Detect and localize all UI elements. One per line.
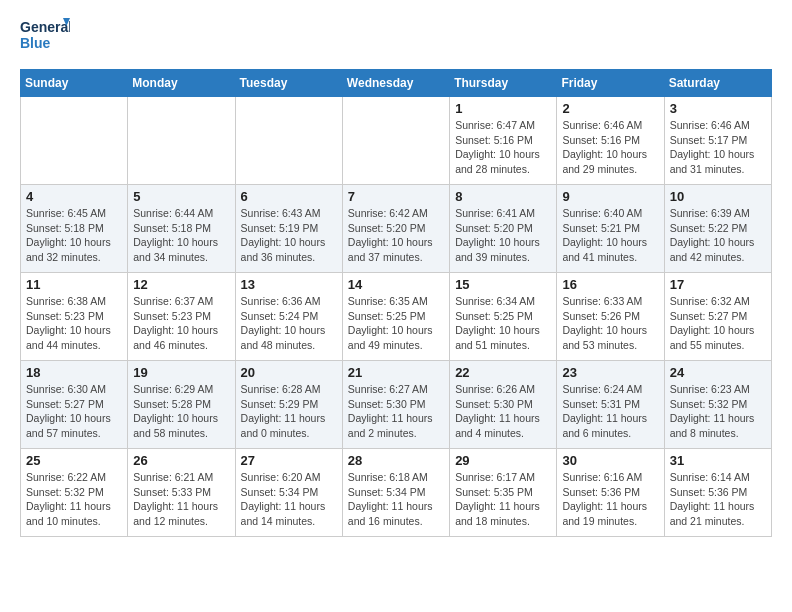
day-number: 2 (562, 101, 658, 116)
day-info: Sunrise: 6:26 AMSunset: 5:30 PMDaylight:… (455, 382, 551, 441)
day-info: Sunrise: 6:24 AMSunset: 5:31 PMDaylight:… (562, 382, 658, 441)
day-number: 3 (670, 101, 766, 116)
calendar-cell: 6Sunrise: 6:43 AMSunset: 5:19 PMDaylight… (235, 185, 342, 273)
header: General Blue (20, 16, 772, 61)
calendar-cell: 8Sunrise: 6:41 AMSunset: 5:20 PMDaylight… (450, 185, 557, 273)
day-info: Sunrise: 6:22 AMSunset: 5:32 PMDaylight:… (26, 470, 122, 529)
day-info: Sunrise: 6:14 AMSunset: 5:36 PMDaylight:… (670, 470, 766, 529)
weekday-header: Tuesday (235, 70, 342, 97)
calendar-cell: 18Sunrise: 6:30 AMSunset: 5:27 PMDayligh… (21, 361, 128, 449)
day-info: Sunrise: 6:16 AMSunset: 5:36 PMDaylight:… (562, 470, 658, 529)
day-number: 18 (26, 365, 122, 380)
day-number: 22 (455, 365, 551, 380)
calendar-cell: 28Sunrise: 6:18 AMSunset: 5:34 PMDayligh… (342, 449, 449, 537)
calendar-cell: 22Sunrise: 6:26 AMSunset: 5:30 PMDayligh… (450, 361, 557, 449)
day-number: 12 (133, 277, 229, 292)
calendar-cell: 30Sunrise: 6:16 AMSunset: 5:36 PMDayligh… (557, 449, 664, 537)
day-info: Sunrise: 6:39 AMSunset: 5:22 PMDaylight:… (670, 206, 766, 265)
weekday-header: Sunday (21, 70, 128, 97)
day-info: Sunrise: 6:38 AMSunset: 5:23 PMDaylight:… (26, 294, 122, 353)
logo-svg: General Blue (20, 16, 70, 61)
calendar-cell: 27Sunrise: 6:20 AMSunset: 5:34 PMDayligh… (235, 449, 342, 537)
calendar-cell (21, 97, 128, 185)
calendar-cell: 5Sunrise: 6:44 AMSunset: 5:18 PMDaylight… (128, 185, 235, 273)
day-info: Sunrise: 6:23 AMSunset: 5:32 PMDaylight:… (670, 382, 766, 441)
calendar-cell: 25Sunrise: 6:22 AMSunset: 5:32 PMDayligh… (21, 449, 128, 537)
day-number: 26 (133, 453, 229, 468)
day-info: Sunrise: 6:36 AMSunset: 5:24 PMDaylight:… (241, 294, 337, 353)
day-info: Sunrise: 6:46 AMSunset: 5:17 PMDaylight:… (670, 118, 766, 177)
weekday-header: Wednesday (342, 70, 449, 97)
day-number: 8 (455, 189, 551, 204)
calendar-cell: 4Sunrise: 6:45 AMSunset: 5:18 PMDaylight… (21, 185, 128, 273)
weekday-header: Saturday (664, 70, 771, 97)
day-number: 20 (241, 365, 337, 380)
day-info: Sunrise: 6:21 AMSunset: 5:33 PMDaylight:… (133, 470, 229, 529)
calendar-cell (342, 97, 449, 185)
day-number: 6 (241, 189, 337, 204)
day-number: 24 (670, 365, 766, 380)
day-number: 19 (133, 365, 229, 380)
day-number: 21 (348, 365, 444, 380)
day-number: 11 (26, 277, 122, 292)
day-number: 29 (455, 453, 551, 468)
day-number: 16 (562, 277, 658, 292)
calendar-cell: 13Sunrise: 6:36 AMSunset: 5:24 PMDayligh… (235, 273, 342, 361)
calendar-cell: 10Sunrise: 6:39 AMSunset: 5:22 PMDayligh… (664, 185, 771, 273)
day-info: Sunrise: 6:45 AMSunset: 5:18 PMDaylight:… (26, 206, 122, 265)
day-info: Sunrise: 6:18 AMSunset: 5:34 PMDaylight:… (348, 470, 444, 529)
calendar-cell: 21Sunrise: 6:27 AMSunset: 5:30 PMDayligh… (342, 361, 449, 449)
svg-text:Blue: Blue (20, 35, 51, 51)
calendar-table: SundayMondayTuesdayWednesdayThursdayFrid… (20, 69, 772, 537)
day-number: 7 (348, 189, 444, 204)
day-info: Sunrise: 6:44 AMSunset: 5:18 PMDaylight:… (133, 206, 229, 265)
calendar-cell: 3Sunrise: 6:46 AMSunset: 5:17 PMDaylight… (664, 97, 771, 185)
calendar-cell: 19Sunrise: 6:29 AMSunset: 5:28 PMDayligh… (128, 361, 235, 449)
calendar-cell: 26Sunrise: 6:21 AMSunset: 5:33 PMDayligh… (128, 449, 235, 537)
calendar-cell (235, 97, 342, 185)
day-number: 13 (241, 277, 337, 292)
calendar-cell: 7Sunrise: 6:42 AMSunset: 5:20 PMDaylight… (342, 185, 449, 273)
day-info: Sunrise: 6:47 AMSunset: 5:16 PMDaylight:… (455, 118, 551, 177)
day-number: 14 (348, 277, 444, 292)
day-info: Sunrise: 6:43 AMSunset: 5:19 PMDaylight:… (241, 206, 337, 265)
day-number: 15 (455, 277, 551, 292)
day-info: Sunrise: 6:29 AMSunset: 5:28 PMDaylight:… (133, 382, 229, 441)
day-info: Sunrise: 6:33 AMSunset: 5:26 PMDaylight:… (562, 294, 658, 353)
calendar-cell (128, 97, 235, 185)
day-info: Sunrise: 6:20 AMSunset: 5:34 PMDaylight:… (241, 470, 337, 529)
day-info: Sunrise: 6:46 AMSunset: 5:16 PMDaylight:… (562, 118, 658, 177)
day-number: 23 (562, 365, 658, 380)
day-info: Sunrise: 6:32 AMSunset: 5:27 PMDaylight:… (670, 294, 766, 353)
day-info: Sunrise: 6:34 AMSunset: 5:25 PMDaylight:… (455, 294, 551, 353)
calendar-cell: 1Sunrise: 6:47 AMSunset: 5:16 PMDaylight… (450, 97, 557, 185)
weekday-header: Thursday (450, 70, 557, 97)
day-number: 5 (133, 189, 229, 204)
calendar-cell: 29Sunrise: 6:17 AMSunset: 5:35 PMDayligh… (450, 449, 557, 537)
day-number: 17 (670, 277, 766, 292)
calendar-cell: 24Sunrise: 6:23 AMSunset: 5:32 PMDayligh… (664, 361, 771, 449)
day-info: Sunrise: 6:40 AMSunset: 5:21 PMDaylight:… (562, 206, 658, 265)
day-info: Sunrise: 6:30 AMSunset: 5:27 PMDaylight:… (26, 382, 122, 441)
day-info: Sunrise: 6:35 AMSunset: 5:25 PMDaylight:… (348, 294, 444, 353)
calendar-cell: 11Sunrise: 6:38 AMSunset: 5:23 PMDayligh… (21, 273, 128, 361)
calendar-cell: 2Sunrise: 6:46 AMSunset: 5:16 PMDaylight… (557, 97, 664, 185)
day-info: Sunrise: 6:27 AMSunset: 5:30 PMDaylight:… (348, 382, 444, 441)
day-number: 31 (670, 453, 766, 468)
calendar-cell: 9Sunrise: 6:40 AMSunset: 5:21 PMDaylight… (557, 185, 664, 273)
calendar-header: SundayMondayTuesdayWednesdayThursdayFrid… (21, 70, 772, 97)
weekday-header: Friday (557, 70, 664, 97)
day-number: 27 (241, 453, 337, 468)
calendar-cell: 12Sunrise: 6:37 AMSunset: 5:23 PMDayligh… (128, 273, 235, 361)
calendar-cell: 23Sunrise: 6:24 AMSunset: 5:31 PMDayligh… (557, 361, 664, 449)
calendar-cell: 16Sunrise: 6:33 AMSunset: 5:26 PMDayligh… (557, 273, 664, 361)
day-number: 25 (26, 453, 122, 468)
day-number: 10 (670, 189, 766, 204)
svg-text:General: General (20, 19, 70, 35)
logo: General Blue (20, 16, 70, 61)
day-number: 30 (562, 453, 658, 468)
day-number: 4 (26, 189, 122, 204)
day-info: Sunrise: 6:17 AMSunset: 5:35 PMDaylight:… (455, 470, 551, 529)
calendar-cell: 20Sunrise: 6:28 AMSunset: 5:29 PMDayligh… (235, 361, 342, 449)
day-info: Sunrise: 6:41 AMSunset: 5:20 PMDaylight:… (455, 206, 551, 265)
